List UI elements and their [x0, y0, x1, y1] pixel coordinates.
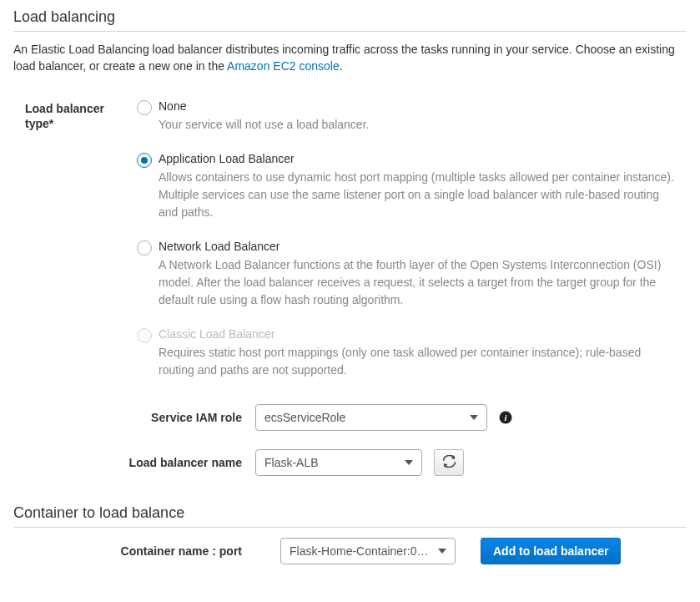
- add-to-lb-button[interactable]: Add to load balancer: [481, 538, 621, 564]
- iam-role-label: Service IAM role: [13, 411, 255, 424]
- iam-role-select[interactable]: ecsServiceRole: [255, 404, 487, 431]
- radio-alb[interactable]: [137, 153, 152, 168]
- container-select[interactable]: Flask-Home-Container:0…: [280, 538, 456, 564]
- lb-option-clb-desc: Requires static host port mappings (only…: [159, 344, 678, 379]
- lb-type-label: Load balancer type*: [13, 99, 130, 131]
- lb-option-alb-desc: Allows containers to use dynamic host po…: [159, 169, 678, 221]
- section-divider: [13, 527, 687, 528]
- info-icon[interactable]: i: [499, 411, 512, 424]
- radio-clb: [137, 328, 152, 343]
- caret-down-icon: [470, 415, 478, 420]
- lb-type-options: None Your service will not use a load ba…: [130, 99, 687, 379]
- lb-option-alb[interactable]: Application Load Balancer Allows contain…: [130, 152, 678, 221]
- radio-nlb[interactable]: [137, 240, 152, 255]
- load-balancing-heading: Load balancing: [13, 8, 687, 26]
- intro-prefix: An Elastic Load Balancing load balancer …: [13, 43, 675, 73]
- refresh-icon: [443, 455, 456, 470]
- caret-down-icon: [438, 549, 446, 554]
- lb-option-clb-title: Classic Load Balancer: [159, 327, 678, 341]
- lb-option-alb-title: Application Load Balancer: [159, 152, 678, 165]
- lb-name-label: Load balancer name: [13, 456, 255, 469]
- intro-text: An Elastic Load Balancing load balancer …: [13, 42, 687, 74]
- lb-option-none[interactable]: None Your service will not use a load ba…: [130, 99, 678, 134]
- lb-option-nlb-desc: A Network Load Balancer functions at the…: [159, 256, 678, 309]
- lb-option-nlb[interactable]: Network Load Balancer A Network Load Bal…: [130, 240, 678, 309]
- iam-role-value: ecsServiceRole: [264, 411, 345, 424]
- container-value: Flask-Home-Container:0…: [290, 544, 429, 558]
- lb-name-select[interactable]: Flask-ALB: [255, 449, 422, 476]
- lb-name-value: Flask-ALB: [264, 456, 319, 469]
- caret-down-icon: [405, 460, 413, 465]
- lb-option-none-desc: Your service will not use a load balance…: [159, 116, 678, 134]
- ec2-console-link[interactable]: Amazon EC2 console: [227, 59, 340, 73]
- section-divider: [13, 31, 687, 32]
- refresh-button[interactable]: [434, 449, 464, 476]
- intro-suffix: .: [340, 59, 343, 73]
- lb-option-none-title: None: [159, 99, 678, 113]
- container-name-port-label: Container name : port: [13, 544, 255, 558]
- lb-option-clb: Classic Load Balancer Requires static ho…: [130, 327, 678, 379]
- container-section-heading: Container to load balance: [13, 504, 687, 522]
- lb-option-nlb-title: Network Load Balancer: [159, 240, 678, 253]
- radio-none[interactable]: [137, 100, 152, 115]
